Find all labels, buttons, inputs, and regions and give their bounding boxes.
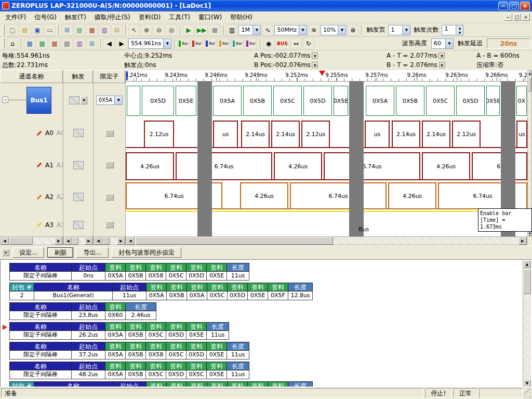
stop-icon[interactable]: ■ [209,24,220,36]
bus-qualifier-cell[interactable]: 0X5A ▼ [94,83,125,117]
new-file-icon[interactable]: ▢ [7,24,18,36]
bus-trigger-cell[interactable]: ▼ [63,83,93,117]
chevron-down-icon[interactable]: ▼ [81,96,87,104]
vscroll-track[interactable] [523,268,531,379]
save-file-icon[interactable]: ▣ [32,24,43,36]
packet-panel-button[interactable]: 设定... [12,247,44,258]
chevron-down-icon[interactable]: ▼ [114,96,122,104]
a1-bar-icon[interactable]: Bar [177,38,190,49]
pointer-tool-icon[interactable]: ↖ [128,24,140,36]
trigger-cell[interactable] [73,129,84,137]
qualifier-cell[interactable] [105,130,114,137]
packet-vscroll[interactable]: ▲ ▼ [523,260,531,387]
menu-item[interactable]: 帮助(H) [226,11,256,23]
packet-group[interactable]: 封包 #名称起始点资料资料资料资料资料资料资料长度 [10,381,531,387]
spinner-buttons[interactable]: ▲ ▼ [456,25,463,35]
scroll-right-button[interactable]: ▶ [518,237,527,245]
trigger-cell[interactable] [73,221,84,229]
titlebar[interactable]: ZEROPLUS LAP-321000U-A(S/N:00000000001) … [0,0,532,11]
toolbar-grip[interactable] [3,25,5,35]
t-bar-icon[interactable]: Bar [231,38,244,49]
close-panel-button[interactable]: × [2,249,9,256]
chevron-down-icon[interactable]: ▼ [252,25,260,35]
child-minimize-button[interactable]: − [504,14,512,21]
qualifier-cell[interactable] [105,194,114,201]
zoom-tool-icon[interactable]: ⊕ [347,24,358,36]
channel-row[interactable]: A0 A0 [0,117,63,149]
bus-view-icon[interactable]: ▦ [49,38,60,49]
packet-group[interactable]: 名称起始点资料资料资料资料资料长度 限定子间隔棒26.2us0X5A0X5B0X… [10,322,531,340]
bus-packet-list-icon[interactable]: ▦ [86,24,98,36]
packet-group[interactable]: 名称起始点资料资料资料资料资料资料长度 限定子间隔棒48.2us0X5A0X5B… [10,362,531,379]
trigger-header[interactable]: 触发 [63,70,93,83]
minimize-button[interactable]: − [498,2,508,10]
filter-view-icon[interactable]: ▦ [36,38,48,49]
listing-display-icon[interactable]: ▤ [74,24,85,36]
toolbar-grip[interactable] [3,38,5,49]
scroll-right-button[interactable]: ▶ [55,237,63,245]
menu-item[interactable]: 工具(T) [165,11,194,23]
bus1-label[interactable]: Bus1 [26,87,51,114]
chevron-down-icon[interactable]: ▼ [438,52,445,59]
print-icon[interactable]: ▭ [44,24,56,36]
packet-group[interactable]: 名称起始点资料长度 限定子间隔棒23.8us0X602.46us [10,302,531,320]
channel-row[interactable]: A1 A1 [0,149,63,181]
settings-grid-icon[interactable]: ⊞ [86,38,98,49]
menu-item[interactable]: 触发(T) [61,11,90,23]
scroll-up-button[interactable]: ▲ [528,71,531,76]
trigger-cell[interactable] [73,193,84,201]
packet-group[interactable]: 名称起始点资料资料资料资料资料资料长度 限定子间隔棒0ns0X5A0X5B0X5… [10,263,531,281]
zoom-out-icon[interactable]: ⊖ [153,24,165,36]
scroll-left-button[interactable]: ◀ [126,237,135,245]
ds-bar-icon[interactable]: Bar [245,38,257,49]
display-ratio-icon[interactable]: ≋ [308,24,320,36]
a2-bar-icon[interactable]: Bar [191,38,203,49]
open-file-icon[interactable]: ▤ [19,24,31,36]
qualifier-combo[interactable]: 0X5A ▼ [96,96,123,105]
compression-icon[interactable]: ⊟ [111,24,123,36]
chevron-down-icon[interactable]: ▼ [312,52,318,59]
qualifier-header[interactable]: 限定子 [94,70,125,83]
child-close-button[interactable]: × [522,14,530,21]
qualifier-column-hscroll[interactable]: ◀ ▶ [94,236,126,245]
scroll-left-button[interactable]: ◀ [1,237,9,245]
packet-list[interactable]: 名称起始点资料资料资料资料资料资料长度 限定子间隔棒0ns0X5A0X5B0X5… [0,259,532,387]
statistics-icon[interactable]: ▥ [74,38,85,49]
waveform-hscroll[interactable]: ◀ ▶ [126,236,527,245]
b2-bar-icon[interactable]: Bar [218,38,230,49]
repeat-run-icon[interactable]: ▶▶ [195,24,208,36]
hscroll-track[interactable] [102,237,117,245]
packet-group[interactable]: 封包 #名称起始点资料资料资料资料资料资料资料长度 2Bus1(General)… [10,283,531,300]
find-icon[interactable]: ◉ [263,38,274,49]
vscroll-thumb[interactable] [528,77,531,91]
child-restore-button[interactable]: □ [513,14,521,21]
bus1-channel-row[interactable]: − Bus1 [0,83,63,117]
hscroll-thumb[interactable] [102,237,110,245]
memory-analyzer-icon[interactable]: ▥ [99,24,110,36]
data-list-icon[interactable]: ▤ [61,38,73,49]
menu-item[interactable]: 文件(F) [1,11,30,23]
qualifier-cell[interactable] [105,221,114,228]
trigger-column-hscroll[interactable]: ◀ ▶ [63,236,94,245]
memory-depth-icon[interactable]: ▥ [226,24,237,36]
hand-tool-icon[interactable]: ◎ [166,24,177,36]
packet-panel-button[interactable]: 封包与波形同步设定 [112,247,181,258]
single-run-icon[interactable]: ▶ [183,24,194,36]
qualifier-cell[interactable] [105,162,114,168]
scale-next-icon[interactable]: ▶ [116,38,127,49]
chevron-down-icon[interactable]: ▼ [402,25,410,35]
channel-names-header[interactable]: 通道名称 [0,70,63,83]
scroll-down-button[interactable]: ▼ [523,379,531,387]
wave-height-combo[interactable]: 60 ▼ [431,38,454,49]
trigger-marker-icon[interactable] [319,71,325,76]
trigger-count-spinner[interactable]: 1 ▲ ▼ [442,25,463,35]
waveform-display-icon[interactable]: ⊞ [61,24,73,36]
channel-panel-hscroll[interactable]: ◀ ▶ [0,236,63,245]
scroll-right-button[interactable]: ▶ [85,237,93,245]
hscroll-track[interactable] [135,237,518,245]
scroll-left-button[interactable]: ◀ [64,237,72,245]
hscroll-track[interactable] [9,237,55,245]
sample-rate-icon[interactable]: ∿ [262,24,273,36]
packet-panel-button[interactable]: 导出... [76,247,108,258]
packet-group[interactable]: 名称起始点资料资料资料资料资料资料长度 限定子间隔棒37.2us0X5A0X5B… [10,342,531,360]
